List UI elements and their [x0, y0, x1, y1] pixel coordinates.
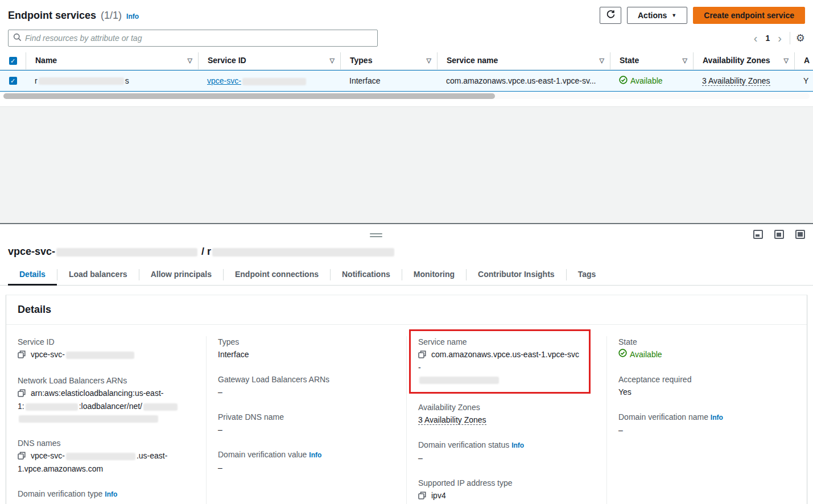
tab-monitoring[interactable]: Monitoring — [402, 265, 466, 285]
select-all-checkbox[interactable]: ✓ — [9, 57, 17, 65]
check-circle-icon — [618, 349, 627, 361]
table-tools-row: ‹ 1 › ⚙ — [0, 26, 813, 52]
check-circle-icon — [619, 76, 628, 86]
details-card: Details Service ID vpce-svc- Network Loa… — [6, 295, 807, 504]
row-checkbox[interactable]: ✓ — [9, 77, 17, 85]
copy-icon[interactable] — [18, 389, 26, 400]
copy-icon[interactable] — [18, 451, 26, 463]
details-column-2: Types Interface Gateway Load Balancers A… — [206, 336, 406, 504]
details-card-heading: Details — [6, 295, 807, 325]
tab-notifications[interactable]: Notifications — [331, 265, 402, 285]
cell-service-name: com.amazonaws.vpce.us-east-1.vpce-sv... — [437, 71, 610, 91]
info-link[interactable]: Info — [511, 441, 524, 449]
panel-title: vpce-svc- / r — [0, 224, 813, 263]
field-service-id: Service ID vpce-svc- — [18, 336, 195, 362]
filter-icon[interactable]: ▽ — [188, 57, 192, 64]
redacted-text — [66, 352, 134, 359]
tab-details[interactable]: Details — [8, 265, 57, 285]
tab-tags[interactable]: Tags — [567, 265, 608, 285]
redacted-text — [26, 403, 78, 411]
col-header-name[interactable]: Name ▽ — [26, 52, 198, 69]
panel-drag-handle[interactable] — [370, 233, 382, 237]
field-domain-verification-name: Domain verification name Info – — [618, 411, 795, 436]
service-id-link[interactable]: vpce-svc- — [207, 76, 307, 85]
row-select-cell: ✓ — [0, 71, 26, 91]
redacted-text — [212, 248, 394, 257]
redacted-text — [19, 415, 158, 423]
refresh-button[interactable] — [600, 7, 621, 24]
tab-load-balancers[interactable]: Load balancers — [57, 265, 139, 285]
info-link[interactable]: Info — [105, 490, 117, 498]
field-domain-verification-type: Domain verification type Info – — [18, 488, 195, 504]
next-page-button[interactable]: › — [775, 32, 784, 44]
availability-zones-popover-link[interactable]: 3 Availability Zones — [702, 76, 770, 86]
field-glb-arns: Gateway Load Balancers ARNs – — [218, 374, 395, 398]
pagination: ‹ 1 › ⚙ — [752, 32, 805, 44]
filter-icon[interactable]: ▽ — [330, 57, 335, 64]
select-all-cell: ✓ — [0, 52, 26, 69]
redacted-text — [56, 248, 197, 257]
field-domain-verification-value: Domain verification value Info – — [218, 449, 395, 474]
table-header-row: ✓ Name ▽ Service ID ▽ Types ▽ Service na… — [0, 52, 813, 70]
caret-down-icon: ▼ — [671, 13, 676, 18]
actions-button[interactable]: Actions ▼ — [627, 7, 687, 24]
search-box[interactable] — [8, 30, 378, 47]
field-private-dns-name: Private DNS name – — [218, 411, 395, 436]
scrollbar-thumb[interactable] — [3, 93, 495, 99]
actions-label: Actions — [638, 11, 667, 20]
search-input[interactable] — [25, 34, 373, 43]
pager-divider — [790, 32, 790, 44]
field-nlb-arns: Network Load Balancers ARNs arn:aws:elas… — [18, 375, 195, 424]
prev-page-button[interactable]: ‹ — [752, 32, 760, 44]
field-acceptance-required: Acceptance required Yes — [618, 374, 795, 398]
result-count: (1/1) — [101, 10, 122, 22]
tab-endpoint-connections[interactable]: Endpoint connections — [224, 265, 330, 285]
availability-zones-popover-link[interactable]: 3 Availability Zones — [418, 415, 486, 425]
filter-icon[interactable]: ▽ — [427, 57, 431, 64]
cell-types: Interface — [340, 71, 437, 91]
col-header-service-id[interactable]: Service ID ▽ — [198, 52, 340, 69]
cell-name: rs — [26, 71, 198, 91]
service-name-highlight-box: Service name com.amazonaws.vpce.us-east-… — [409, 329, 591, 394]
cell-partial: Y — [794, 71, 813, 91]
details-column-3: Service name com.amazonaws.vpce.us-east-… — [406, 336, 606, 504]
current-page: 1 — [765, 34, 770, 43]
filter-icon[interactable]: ▽ — [683, 57, 687, 64]
endpoint-services-section: Endpoint services (1/1) Info Actions ▼ C… — [0, 0, 813, 223]
cell-state: Available — [610, 71, 693, 91]
col-header-state[interactable]: State ▽ — [610, 52, 693, 69]
copy-icon[interactable] — [418, 350, 426, 362]
filter-icon[interactable]: ▽ — [600, 57, 604, 64]
tab-allow-principals[interactable]: Allow principals — [139, 265, 223, 285]
info-link[interactable]: Info — [309, 451, 321, 459]
col-header-types[interactable]: Types ▽ — [340, 52, 437, 69]
table-row[interactable]: ✓ rs vpce-svc- Interface com.amazonaws.v… — [0, 70, 813, 92]
col-header-partial[interactable]: A — [794, 52, 813, 69]
details-column-4: State Available Acceptance required Yes — [606, 336, 807, 504]
search-icon — [13, 33, 22, 43]
col-header-availability-zones[interactable]: Availability Zones ▽ — [693, 52, 794, 69]
field-availability-zones: Availability Zones 3 Availability Zones — [418, 402, 595, 426]
filter-icon[interactable]: ▽ — [784, 57, 789, 64]
state-available: Available — [619, 76, 663, 86]
create-endpoint-service-button[interactable]: Create endpoint service — [693, 7, 805, 24]
tab-contributor-insights[interactable]: Contributor Insights — [467, 265, 566, 285]
field-supported-ip-type: Supported IP address type ipv4 — [418, 477, 595, 503]
panel-size-controls — [753, 230, 805, 239]
panel-size-large-icon[interactable] — [795, 230, 805, 239]
copy-icon[interactable] — [418, 491, 426, 503]
field-service-name: Service name com.amazonaws.vpce.us-east-… — [418, 336, 581, 386]
settings-gear-icon[interactable]: ⚙ — [796, 33, 805, 43]
field-state: State Available — [618, 336, 795, 361]
panel-size-small-icon[interactable] — [753, 230, 763, 239]
cell-availability-zones: 3 Availability Zones — [693, 71, 794, 91]
title-info-link[interactable]: Info — [126, 13, 139, 20]
empty-background — [0, 106, 813, 223]
info-link[interactable]: Info — [711, 414, 723, 422]
col-header-service-name[interactable]: Service name ▽ — [437, 52, 610, 69]
panel-size-medium-icon[interactable] — [774, 230, 784, 239]
page-title: Endpoint services — [8, 10, 96, 22]
detail-split-panel: vpce-svc- / r Details Load balancers All… — [0, 223, 813, 504]
field-types: Types Interface — [218, 336, 395, 361]
copy-icon[interactable] — [18, 350, 26, 362]
